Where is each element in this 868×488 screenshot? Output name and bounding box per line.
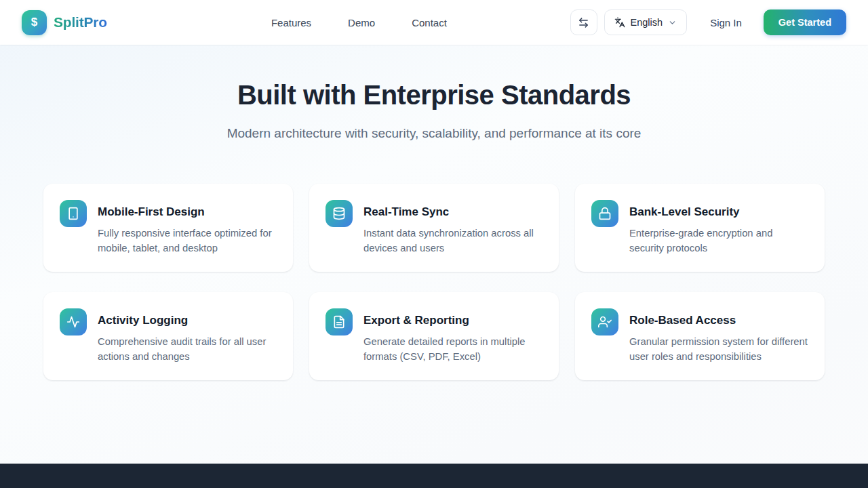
feature-description: Comprehensive audit trails for all user … xyxy=(98,334,277,364)
feature-description: Granular permission system for different… xyxy=(629,334,808,364)
hero-section: Built with Enterprise Standards Modern a… xyxy=(0,45,868,143)
feature-card-mobile-first: Mobile-First Design Fully responsive int… xyxy=(43,184,293,272)
footer-section xyxy=(0,464,868,488)
logo-symbol: $ xyxy=(31,16,37,29)
feature-card-real-time-sync: Real-Time Sync Instant data synchronizat… xyxy=(309,184,559,272)
feature-title: Mobile-First Design xyxy=(98,205,277,219)
sign-in-link[interactable]: Sign In xyxy=(710,17,742,28)
brand-name: SplitPro xyxy=(54,14,107,30)
feature-card-role-based-access: Role-Based Access Granular permission sy… xyxy=(575,292,825,380)
page-title: Built with Enterprise Standards xyxy=(0,80,868,110)
feature-title: Real-Time Sync xyxy=(363,205,542,219)
activity-icon xyxy=(60,308,87,336)
languages-icon xyxy=(614,17,625,28)
currency-swap-button[interactable] xyxy=(570,9,597,35)
nav-item-features[interactable]: Features xyxy=(271,17,311,28)
page-subtitle: Modern architecture with security, scala… xyxy=(210,124,658,143)
feature-title: Bank-Level Security xyxy=(629,205,808,219)
feature-description: Instant data synchronization across all … xyxy=(363,226,542,256)
feature-card-export-reporting: Export & Reporting Generate detailed rep… xyxy=(309,292,559,380)
chevron-down-icon xyxy=(668,18,677,27)
feature-card-security: Bank-Level Security Enterprise-grade enc… xyxy=(575,184,825,272)
nav-item-demo[interactable]: Demo xyxy=(348,17,375,28)
feature-title: Role-Based Access xyxy=(629,314,808,327)
nav-item-contact[interactable]: Contact xyxy=(412,17,447,28)
feature-title: Export & Reporting xyxy=(363,314,542,327)
feature-card-activity-logging: Activity Logging Comprehensive audit tra… xyxy=(43,292,293,380)
smartphone-icon xyxy=(60,200,87,227)
lock-icon xyxy=(591,200,618,227)
main-nav: Features Demo Contact xyxy=(271,17,447,28)
arrow-left-right-icon xyxy=(578,17,589,28)
header-actions: English Sign In Get Started xyxy=(570,9,846,35)
dollar-icon: $ xyxy=(22,10,47,35)
user-check-icon xyxy=(591,308,618,336)
brand-logo[interactable]: $ SplitPro xyxy=(22,10,107,35)
language-selector[interactable]: English xyxy=(604,9,688,35)
feature-description: Fully responsive interface optimized for… xyxy=(98,226,277,256)
feature-description: Enterprise-grade encryption and security… xyxy=(629,226,808,256)
features-grid: Mobile-First Design Fully responsive int… xyxy=(43,184,825,380)
header: $ SplitPro Features Demo Contact En xyxy=(0,0,868,45)
database-icon xyxy=(326,200,353,227)
get-started-button[interactable]: Get Started xyxy=(764,9,846,35)
feature-title: Activity Logging xyxy=(98,314,277,327)
file-text-icon xyxy=(326,308,353,336)
feature-description: Generate detailed reports in multiple fo… xyxy=(363,334,542,364)
language-selected-label: English xyxy=(631,17,663,28)
